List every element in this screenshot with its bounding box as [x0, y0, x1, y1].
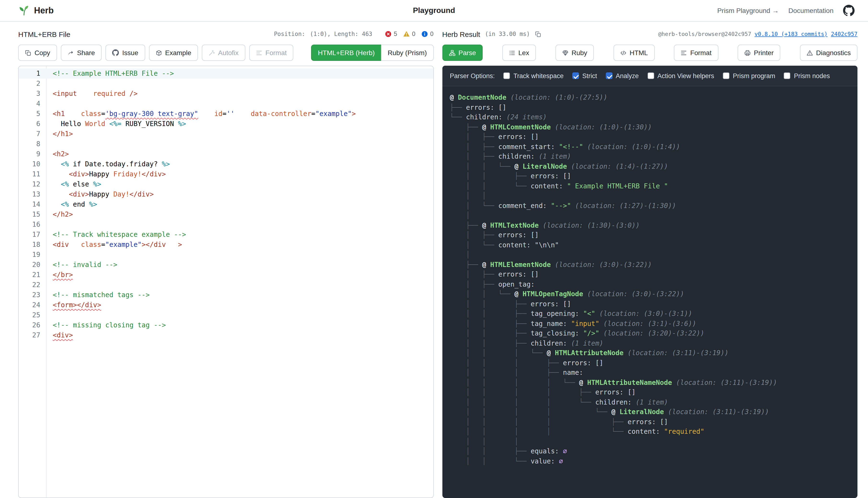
editor-line-21: 21</br> — [19, 270, 433, 280]
line-code: <div>Happy Day!</div> — [46, 189, 154, 199]
line-code: <% end %> — [46, 199, 97, 209]
diagnostics-button[interactable]: Diagnostics — [800, 44, 857, 61]
line-number: 6 — [19, 119, 46, 129]
version-link[interactable]: v0.8.10 (+183 commits) — [755, 31, 828, 37]
line-code: Hello World <%= RUBY_VERSION %> — [46, 119, 186, 129]
line-number: 16 — [19, 220, 46, 230]
printer-icon — [744, 50, 751, 56]
line-number: 13 — [19, 189, 46, 199]
format-button[interactable]: Format — [674, 44, 718, 61]
editor-line-5: 5<h1 class='bg-gray-300 text-gray" id=''… — [19, 109, 433, 119]
commit-link[interactable]: 2402c957 — [831, 31, 857, 37]
button-label: Lex — [518, 49, 529, 56]
editor-line-20: 20<!-- invalid --> — [19, 260, 433, 270]
copy-button[interactable]: Copy — [18, 44, 57, 61]
tree-line: │ │ │ │ └── @ HTMLAttributeNameNode (loc… — [450, 378, 850, 387]
share-button[interactable]: Share — [61, 44, 102, 61]
brand-link[interactable]: Herb — [18, 5, 54, 16]
editor-line-18: 18<div class="example"></div > — [19, 240, 433, 250]
editor-line-12: 12 <% else %> — [19, 179, 433, 189]
option-strict[interactable]: Strict — [572, 72, 597, 79]
documentation-link[interactable]: Documentation — [788, 7, 833, 14]
line-number: 3 — [19, 89, 46, 99]
editor-line-4: 4 — [19, 99, 433, 109]
line-code: <form></div> — [46, 300, 101, 310]
parse-button[interactable]: Parse — [442, 44, 483, 61]
tree-line: │ │ └── content: " Example HTML+ERB File… — [450, 181, 850, 191]
html-button[interactable]: HTML — [613, 44, 655, 61]
option-track-whitespace[interactable]: Track whitespace — [503, 72, 564, 79]
format-button[interactable]: Format — [249, 44, 293, 61]
tree-line: │ — [450, 250, 850, 260]
unchecked-checkbox[interactable] — [503, 73, 510, 79]
option-prism-program[interactable]: Prism program — [723, 72, 775, 79]
option-prism-nodes[interactable]: Prism nodes — [784, 72, 830, 79]
prism-playground-link[interactable]: Prism Playground → — [717, 7, 779, 14]
line-number: 22 — [19, 280, 46, 290]
button-label: Parse — [458, 49, 476, 56]
editor-line-27: 27<div> — [19, 330, 433, 340]
line-number: 19 — [19, 250, 46, 260]
example-button[interactable]: Example — [149, 44, 198, 61]
line-number: 7 — [19, 129, 46, 139]
editor-line-7: 7</h1> — [19, 129, 433, 139]
line-number: 20 — [19, 260, 46, 270]
ruby-button[interactable]: Ruby — [555, 44, 594, 61]
line-number: 5 — [19, 109, 46, 119]
code-editor[interactable]: 1<!-- Example HTML+ERB File -->2 3<input… — [18, 66, 434, 498]
line-number: 12 — [19, 179, 46, 189]
editor-toolbar-buttons: CopyShareIssueExampleAutofixFormat — [18, 44, 293, 61]
lex-button[interactable]: Lex — [502, 44, 536, 61]
line-code — [46, 79, 57, 89]
line-number: 21 — [19, 270, 46, 280]
button-label: Example — [165, 49, 191, 56]
tree-line: │ │ — [450, 191, 850, 200]
tree-line: │ │ │ — [450, 436, 850, 446]
line-code — [46, 280, 57, 290]
editor-line-10: 10 <% if Date.today.friday? %> — [19, 159, 433, 169]
line-code: <!-- mismatched tags --> — [46, 290, 150, 300]
playground-page: Herb Playground Prism Playground → Docum… — [0, 0, 868, 498]
editor-lines: 1<!-- Example HTML+ERB File -->2 3<input… — [19, 68, 433, 340]
error-badge-icon — [385, 31, 391, 37]
tree-line: │ │ ├── equals: ∅ — [450, 446, 850, 456]
option-analyze[interactable]: Analyze — [606, 72, 639, 79]
line-number: 24 — [19, 300, 46, 310]
tree-line: │ ├── errors: [] — [450, 270, 850, 279]
line-code: <input required /> — [46, 89, 137, 99]
option-action-view-helpers[interactable]: Action View helpers — [647, 72, 714, 79]
unchecked-checkbox[interactable] — [723, 73, 729, 79]
tab-html-erb-herb[interactable]: HTML+ERB (Herb) — [311, 44, 381, 61]
parse-timing: (in 33.00 ms) — [485, 31, 530, 37]
button-label: Format — [690, 49, 711, 56]
editor-line-13: 13 <div>Happy Day!</div> — [19, 189, 433, 199]
badge-info-badge-icon: 0 — [421, 31, 434, 37]
tree-line: │ │ └── value: ∅ — [450, 456, 850, 466]
autofix-button[interactable]: Autofix — [202, 44, 246, 61]
printer-button[interactable]: Printer — [738, 44, 780, 61]
tree-line: │ │ │ ├── name: — [450, 368, 850, 378]
button-label: Copy — [35, 49, 50, 56]
result-output-panel: Parser Options: Track whitespaceStrictAn… — [442, 66, 857, 498]
ast-tree[interactable]: @ DocumentNode (location: (1:0)-(27:5))├… — [442, 86, 857, 498]
issue-button[interactable]: Issue — [105, 44, 145, 61]
tree-line: │ │ ├── tag_name: "input" (location: (3:… — [450, 318, 850, 328]
option-label: Action View helpers — [657, 72, 714, 79]
line-code: <h2> — [46, 149, 69, 159]
checked-checkbox[interactable] — [606, 73, 612, 79]
format-icon — [681, 50, 687, 56]
option-label: Analyze — [616, 72, 639, 79]
wand-icon — [209, 50, 215, 56]
editor-line-17: 17<!-- Track whitespace example --> — [19, 230, 433, 240]
editor-line-2: 2 — [19, 79, 433, 89]
unchecked-checkbox[interactable] — [784, 73, 791, 79]
checked-checkbox[interactable] — [572, 73, 579, 79]
copy-result-icon[interactable] — [535, 31, 541, 37]
line-code: </h2> — [46, 209, 73, 220]
tree-line: │ │ ├── errors: [] — [450, 299, 850, 309]
tab-ruby-prism[interactable]: Ruby (Prism) — [381, 44, 434, 61]
github-icon[interactable] — [843, 5, 855, 16]
line-code: </br> — [46, 270, 73, 280]
tree-line: │ │ │ ├── errors: [] — [450, 358, 850, 368]
unchecked-checkbox[interactable] — [647, 73, 654, 79]
